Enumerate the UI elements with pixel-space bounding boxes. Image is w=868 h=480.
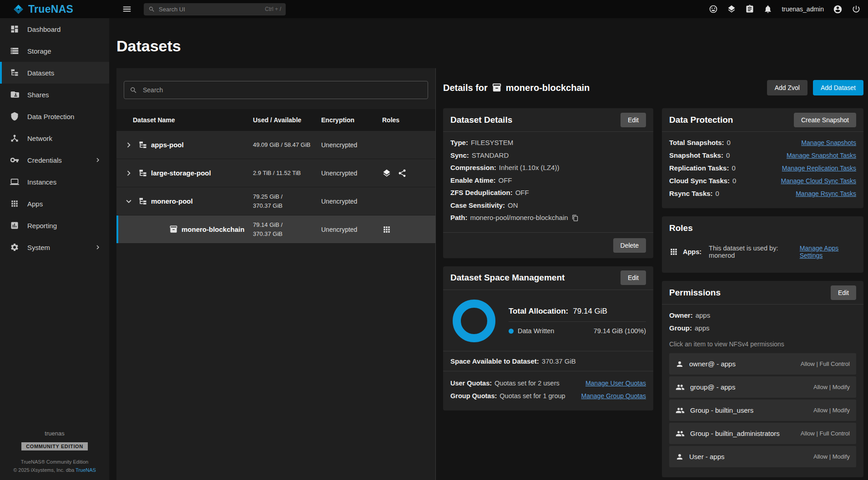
- dataset-row-apps-pool[interactable]: apps-pool 49.09 GiB / 58.47 GiB Unencryp…: [116, 131, 435, 159]
- space-available-label: Space Available to Dataset:: [450, 357, 539, 365]
- permission-item-builtin-administrators[interactable]: Group - builtin_administrators Allow | F…: [669, 423, 856, 444]
- sidebar-item-label: Apps: [27, 200, 43, 208]
- roles-card: Roles Apps: This dataset is used by: mon…: [662, 216, 863, 273]
- sidebar-item-credentials[interactable]: Credentials: [0, 149, 109, 171]
- space-management-card: Dataset Space Management Edit Total Allo…: [443, 266, 653, 410]
- field-value: Inherit (1.10x (LZ4)): [499, 164, 560, 171]
- jobs-clipboard-icon[interactable]: [745, 5, 754, 14]
- column-roles: Roles: [382, 116, 435, 124]
- gear-icon: [10, 243, 19, 252]
- sidebar-item-label: Dashboard: [27, 25, 61, 33]
- card-title: Roles: [669, 223, 693, 233]
- user-icon: [676, 453, 684, 461]
- sidebar-item-shares[interactable]: Shares: [0, 84, 109, 105]
- data-written-legend-dot: [509, 329, 514, 334]
- truenas-logo-text: TrueNAS: [28, 3, 73, 15]
- manage-rsync-tasks-link[interactable]: Manage Rsync Tasks: [796, 187, 856, 200]
- search-shortcut-hint: Ctrl + /: [265, 6, 281, 12]
- dataset-search-input[interactable]: [143, 86, 422, 94]
- power-icon[interactable]: [852, 5, 861, 14]
- data-protection-card: Data Protection Create Snapshot Total Sn…: [662, 108, 863, 208]
- dataset-search[interactable]: [124, 81, 428, 99]
- group-quotas-value: Quotas set for 1 group: [500, 390, 565, 402]
- data-written-value: 79.14 GiB (100%): [594, 327, 646, 335]
- apps-role-grid-icon: [669, 247, 678, 256]
- delete-dataset-button[interactable]: Delete: [613, 238, 646, 253]
- datasets-tree-icon: [10, 68, 19, 77]
- dataset-name: apps-pool: [151, 141, 184, 149]
- sidebar-item-datasets[interactable]: Datasets: [0, 62, 109, 84]
- field-value: OFF: [515, 189, 529, 196]
- share-role-icon: [398, 169, 407, 178]
- dataset-tree-icon: [138, 169, 147, 178]
- create-snapshot-button[interactable]: Create Snapshot: [794, 113, 856, 127]
- manage-replication-tasks-link[interactable]: Manage Replication Tasks: [782, 162, 856, 175]
- column-encryption: Encryption: [321, 116, 382, 124]
- alerts-bell-icon[interactable]: [763, 5, 772, 14]
- collapse-chevron-down-icon[interactable]: [124, 196, 135, 206]
- feedback-smiley-icon[interactable]: [709, 5, 718, 14]
- footer-truenas-link[interactable]: TrueNAS: [76, 467, 96, 473]
- user-quotas-value: Quotas set for 2 users: [495, 377, 560, 390]
- manage-user-quotas-link[interactable]: Manage User Quotas: [585, 377, 646, 390]
- sidebar-item-network[interactable]: Network: [0, 127, 109, 149]
- manage-apps-settings-link[interactable]: Manage Apps Settings: [800, 245, 856, 259]
- permission-item-builtin-users[interactable]: Group - builtin_users Allow | Modify: [669, 400, 856, 421]
- dataset-row-monero-pool[interactable]: monero-pool 79.25 GiB / 370.37 GiB Unenc…: [116, 187, 435, 215]
- sidebar-item-label: Credentials: [27, 156, 62, 164]
- sidebar-item-label: Shares: [27, 91, 49, 99]
- account-circle-icon[interactable]: [833, 5, 843, 14]
- column-used-available: Used / Available: [253, 116, 321, 124]
- edit-space-button[interactable]: Edit: [621, 270, 646, 285]
- used-available: 79.25 GiB / 370.37 GiB: [253, 192, 321, 210]
- card-title: Dataset Space Management: [450, 273, 565, 283]
- add-zvol-button[interactable]: Add Zvol: [767, 80, 807, 95]
- truecommand-layers-icon[interactable]: [727, 5, 736, 14]
- sidebar-item-apps[interactable]: Apps: [0, 193, 109, 215]
- space-donut-chart: [450, 297, 498, 345]
- global-search[interactable]: Ctrl + /: [144, 3, 286, 15]
- apps-role-text: This dataset is used by: monerod: [709, 245, 795, 259]
- manage-snapshot-tasks-link[interactable]: Manage Snapshot Tasks: [787, 149, 856, 162]
- card-title: Data Protection: [669, 115, 733, 125]
- sidebar-item-storage[interactable]: Storage: [0, 40, 109, 62]
- edit-permissions-button[interactable]: Edit: [831, 285, 856, 300]
- expand-chevron-right-icon[interactable]: [124, 140, 135, 150]
- dataset-archive-icon: [492, 83, 502, 93]
- edit-dataset-details-button[interactable]: Edit: [621, 113, 646, 127]
- copy-path-icon[interactable]: [572, 215, 579, 221]
- permission-item-user-apps[interactable]: User - apps Allow | Modify: [669, 446, 856, 467]
- truenas-logo[interactable]: TrueNAS: [0, 3, 109, 15]
- add-dataset-button[interactable]: Add Dataset: [813, 80, 863, 95]
- sidebar-item-system[interactable]: System: [0, 236, 109, 258]
- sidebar-item-label: Datasets: [27, 69, 54, 77]
- menu-icon[interactable]: [122, 4, 132, 14]
- sidebar-item-label: Network: [27, 135, 52, 142]
- truenas-logo-icon: [13, 4, 24, 15]
- network-hub-icon: [10, 134, 19, 143]
- global-search-input[interactable]: [159, 6, 261, 13]
- group-icon: [676, 406, 685, 415]
- permission-item-group-at[interactable]: group@ - apps Allow | Modify: [669, 376, 856, 398]
- sidebar-item-dashboard[interactable]: Dashboard: [0, 18, 109, 40]
- expand-chevron-right-icon[interactable]: [124, 168, 135, 178]
- dataset-row-monero-blockchain[interactable]: monero-blockchain 79.14 GiB / 370.37 GiB…: [116, 215, 435, 244]
- apps-role-grid-icon: [382, 225, 391, 234]
- sidebar-item-data-protection[interactable]: Data Protection: [0, 105, 109, 127]
- manage-group-quotas-link[interactable]: Manage Group Quotas: [581, 390, 646, 402]
- group-value: apps: [695, 324, 710, 332]
- field-value: monero-pool/monero-blockchain: [470, 214, 568, 221]
- sidebar-item-reporting[interactable]: Reporting: [0, 215, 109, 236]
- total-allocation-label: Total Allocation:: [509, 307, 568, 316]
- sidebar-nav: Dashboard Storage Datasets Shares Data P…: [0, 18, 109, 480]
- dataset-row-large-storage-pool[interactable]: large-storage-pool 2.9 TiB / 11.52 TiB U…: [116, 159, 435, 187]
- sidebar-item-instances[interactable]: Instances: [0, 171, 109, 193]
- dashboard-icon: [10, 25, 19, 34]
- dataset-details-area: Details for monero-blockchain Add Zvol A…: [443, 68, 863, 480]
- logged-in-username[interactable]: truenas_admin: [782, 5, 824, 13]
- manage-cloud-sync-tasks-link[interactable]: Manage Cloud Sync Tasks: [781, 175, 857, 187]
- search-icon: [148, 6, 155, 13]
- computer-icon: [10, 177, 19, 186]
- manage-snapshots-link[interactable]: Manage Snapshots: [801, 136, 856, 149]
- permission-item-owner[interactable]: owner@ - apps Allow | Full Control: [669, 353, 856, 375]
